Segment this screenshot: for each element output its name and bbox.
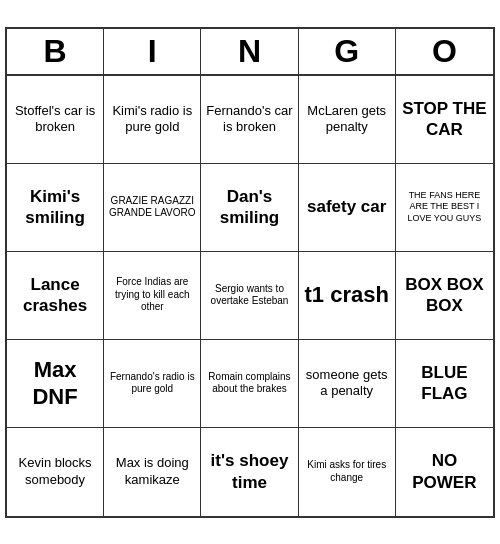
bingo-cell-text-14: BOX BOX BOX [400,274,489,317]
bingo-cell-text-13: t1 crash [305,281,389,309]
bingo-grid: Stoffel's car is brokenKimi's radio is p… [7,76,493,516]
bingo-board: BINGO Stoffel's car is brokenKimi's radi… [5,27,495,518]
header-letter-O: O [396,29,493,74]
bingo-cell-text-22: it's shoey time [205,450,293,493]
header-letter-G: G [299,29,396,74]
bingo-cell-2: Fernando's car is broken [201,76,298,164]
bingo-cell-17: Romain complains about the brakes [201,340,298,428]
bingo-cell-text-18: someone gets a penalty [303,367,391,400]
bingo-cell-text-23: Kimi asks for tires change [303,459,391,484]
bingo-cell-10: Lance crashes [7,252,104,340]
bingo-cell-8: safety car [299,164,396,252]
bingo-cell-24: NO POWER [396,428,493,516]
bingo-cell-9: THE FANS HERE ARE THE BEST I LOVE YOU GU… [396,164,493,252]
bingo-cell-text-24: NO POWER [400,450,489,493]
bingo-cell-14: BOX BOX BOX [396,252,493,340]
bingo-cell-text-4: STOP THE CAR [400,98,489,141]
bingo-cell-15: Max DNF [7,340,104,428]
bingo-cell-text-3: McLaren gets penalty [303,103,391,136]
bingo-cell-23: Kimi asks for tires change [299,428,396,516]
bingo-cell-16: Fernando's radio is pure gold [104,340,201,428]
bingo-cell-text-9: THE FANS HERE ARE THE BEST I LOVE YOU GU… [400,190,489,224]
bingo-cell-text-17: Romain complains about the brakes [205,371,293,396]
bingo-header: BINGO [7,29,493,76]
bingo-cell-text-1: Kimi's radio is pure gold [108,103,196,136]
bingo-cell-text-8: safety car [307,196,386,217]
bingo-cell-1: Kimi's radio is pure gold [104,76,201,164]
bingo-cell-20: Kevin blocks somebody [7,428,104,516]
bingo-cell-6: GRAZIE RAGAZZI GRANDE LAVORO [104,164,201,252]
bingo-cell-12: Sergio wants to overtake Esteban [201,252,298,340]
bingo-cell-text-19: BLUE FLAG [400,362,489,405]
bingo-cell-text-10: Lance crashes [11,274,99,317]
bingo-cell-3: McLaren gets penalty [299,76,396,164]
header-letter-B: B [7,29,104,74]
bingo-cell-text-2: Fernando's car is broken [205,103,293,136]
header-letter-I: I [104,29,201,74]
bingo-cell-text-0: Stoffel's car is broken [11,103,99,136]
bingo-cell-text-12: Sergio wants to overtake Esteban [205,283,293,308]
bingo-cell-text-16: Fernando's radio is pure gold [108,371,196,396]
bingo-cell-22: it's shoey time [201,428,298,516]
bingo-cell-7: Dan's smiling [201,164,298,252]
bingo-cell-0: Stoffel's car is broken [7,76,104,164]
bingo-cell-19: BLUE FLAG [396,340,493,428]
bingo-cell-text-6: GRAZIE RAGAZZI GRANDE LAVORO [108,195,196,220]
bingo-cell-11: Force Indias are trying to kill each oth… [104,252,201,340]
bingo-cell-text-7: Dan's smiling [205,186,293,229]
bingo-cell-text-5: Kimi's smiling [11,186,99,229]
bingo-cell-text-11: Force Indias are trying to kill each oth… [108,276,196,314]
bingo-cell-text-15: Max DNF [11,356,99,411]
header-letter-N: N [201,29,298,74]
bingo-cell-13: t1 crash [299,252,396,340]
bingo-cell-5: Kimi's smiling [7,164,104,252]
bingo-cell-text-20: Kevin blocks somebody [11,455,99,488]
bingo-cell-18: someone gets a penalty [299,340,396,428]
bingo-cell-4: STOP THE CAR [396,76,493,164]
bingo-cell-21: Max is doing kamikaze [104,428,201,516]
bingo-cell-text-21: Max is doing kamikaze [108,455,196,488]
